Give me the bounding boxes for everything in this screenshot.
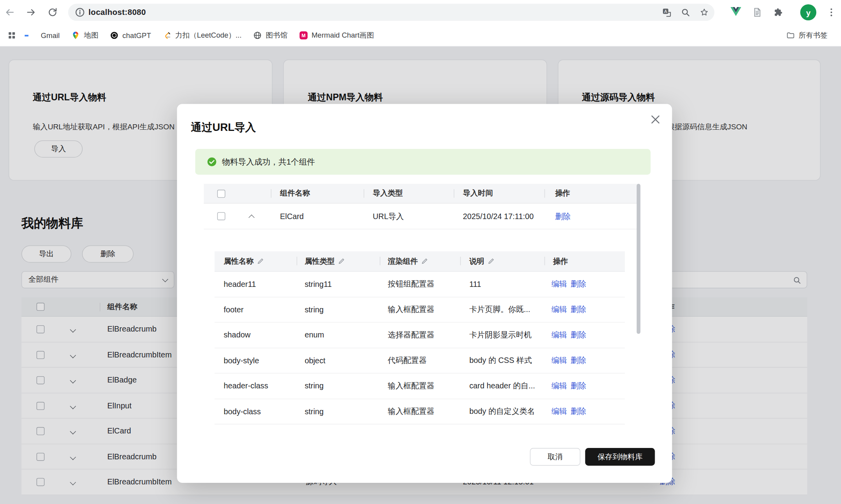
bookmark-leetcode[interactable]: 力扣（LeetCode）... [157, 28, 248, 43]
page-content: 通过URL导入物料 输入URL地址获取API，根据API生成JSON 导入 通过… [0, 47, 841, 504]
component-name: ElCard [280, 212, 304, 221]
column-header: 操作 [553, 256, 568, 266]
prop-type: string [305, 382, 324, 390]
table-row: body-class string 输入框配置器 body 的自定义类名 编辑 … [215, 399, 625, 424]
edit-link[interactable]: 编辑 [552, 305, 567, 315]
bookmark-gmail[interactable]: Gmail [22, 28, 66, 43]
bookmark-chatgpt[interactable]: chatGPT [104, 28, 157, 43]
table-header-row: 属性名称 属性类型 渲染组件 说明 [215, 251, 625, 272]
imported-component-table: 组件名称 导入类型 导入时间 操作 ElCard URL导入 2025/10/2… [204, 184, 639, 229]
prop-type: string11 [305, 280, 332, 288]
translate-icon[interactable]: A [662, 7, 672, 17]
prop-type: string [305, 305, 324, 314]
delete-link[interactable]: 删除 [555, 211, 571, 221]
vue-devtools-extension-icon[interactable] [730, 7, 741, 18]
bookmark-label: 力扣（LeetCode）... [175, 31, 242, 40]
prop-renderer: 按钮组配置器 [388, 279, 435, 289]
chevron-up-icon[interactable] [249, 214, 255, 220]
bookmark-label: Gmail [41, 31, 60, 40]
close-icon[interactable] [650, 114, 661, 125]
cancel-button[interactable]: 取消 [530, 448, 581, 466]
table-row: shadow enum 选择器配置器 卡片阴影显示时机 编辑 删除 [215, 323, 625, 348]
success-check-icon [207, 157, 217, 167]
props-table: 属性名称 属性类型 渲染组件 说明 [215, 251, 625, 424]
prop-desc: 111 [469, 280, 481, 288]
document-extension-icon[interactable] [752, 7, 763, 18]
prop-name: body-style [224, 356, 259, 365]
address-bar[interactable]: localhost:8080 A [68, 4, 715, 21]
column-header: 组件名称 [280, 189, 310, 198]
modal-title: 通过URL导入 [191, 120, 256, 134]
edit-link[interactable]: 编辑 [552, 381, 567, 391]
delete-link[interactable]: 删除 [571, 381, 586, 391]
prop-desc: body 的自定义类名 [469, 406, 535, 417]
bookmark-mermaid[interactable]: M Mermaid Chart画图 [293, 28, 380, 43]
svg-text:A: A [664, 9, 667, 14]
extensions-puzzle-icon[interactable] [774, 7, 784, 18]
select-all-checkbox[interactable] [217, 190, 226, 198]
delete-link[interactable]: 删除 [571, 305, 586, 315]
bookmark-star-icon[interactable] [699, 7, 709, 17]
bookmark-library[interactable]: 图书馆 [248, 28, 293, 43]
prop-renderer: 输入框配置器 [388, 406, 435, 417]
table-header-row: 组件名称 导入类型 导入时间 操作 [204, 184, 639, 204]
column-header: 说明 [469, 256, 494, 266]
site-info-icon[interactable] [75, 7, 85, 17]
maps-pin-icon [71, 31, 80, 40]
refresh-button[interactable] [47, 7, 58, 18]
prop-type: enum [305, 331, 324, 339]
prop-renderer: 输入框配置器 [388, 305, 435, 315]
edit-link[interactable]: 编辑 [552, 330, 567, 340]
column-header: 导入类型 [373, 189, 403, 198]
bookmark-label: 地图 [84, 31, 98, 40]
browser-window: localhost:8080 A y [0, 0, 841, 504]
leetcode-icon [163, 31, 171, 40]
prop-name: header-class [224, 382, 268, 390]
delete-link[interactable]: 删除 [571, 355, 586, 366]
prop-desc: 卡片页脚。你既... [469, 305, 530, 315]
prop-name: footer [224, 305, 244, 314]
modal-scrollbar[interactable] [637, 184, 641, 334]
prop-name: body-class [224, 407, 261, 416]
prop-renderer: 代码配置器 [388, 355, 427, 366]
prop-type: object [305, 356, 326, 365]
edit-pencil-icon [421, 258, 428, 265]
column-header: 操作 [555, 189, 570, 198]
column-header: 导入时间 [463, 189, 493, 198]
globe-icon [253, 31, 262, 40]
table-row: ElCard URL导入 2025/10/24 17:11:00 删除 [204, 204, 639, 230]
back-button[interactable] [4, 7, 15, 18]
edit-pencil-icon [338, 258, 345, 265]
gmail-icon [28, 31, 37, 40]
table-row: body-style object 代码配置器 body 的 CSS 样式 编辑… [215, 348, 625, 373]
delete-link[interactable]: 删除 [571, 330, 586, 340]
bookmark-maps[interactable]: 地图 [66, 28, 104, 43]
edit-pencil-icon [488, 258, 495, 265]
zoom-icon[interactable] [681, 7, 690, 17]
column-header: 属性名称 [224, 256, 264, 266]
row-checkbox[interactable] [217, 212, 226, 220]
all-bookmarks-button[interactable]: 所有书签 [780, 28, 833, 43]
profile-avatar[interactable]: y [800, 4, 816, 20]
apps-grid-icon[interactable] [7, 31, 16, 40]
column-header: 属性类型 [305, 256, 345, 266]
prop-renderer: 选择器配置器 [388, 330, 435, 340]
bookmark-label: Mermaid Chart画图 [311, 31, 374, 40]
forward-button[interactable] [26, 7, 36, 18]
delete-link[interactable]: 删除 [571, 406, 586, 417]
bookmarks-bar: Gmail 地图 chatGPT [0, 25, 841, 47]
browser-menu-icon[interactable] [826, 7, 837, 18]
save-to-library-button[interactable]: 保存到物料库 [585, 448, 655, 466]
mermaid-chart-icon: M [299, 31, 308, 40]
table-row: header-class string 输入框配置器 card header 的… [215, 373, 625, 399]
edit-link[interactable]: 编辑 [552, 406, 567, 417]
edit-link[interactable]: 编辑 [552, 279, 567, 289]
prop-desc: card header 的自... [469, 381, 535, 391]
prop-desc: body 的 CSS 样式 [469, 355, 532, 366]
edit-link[interactable]: 编辑 [552, 355, 567, 366]
edit-pencil-icon [257, 258, 264, 265]
bookmark-label: 图书馆 [266, 31, 287, 40]
table-row: header11 string11 按钮组配置器 111 编辑 删除 [215, 272, 625, 297]
delete-link[interactable]: 删除 [571, 279, 586, 289]
prop-name: header11 [224, 280, 256, 288]
